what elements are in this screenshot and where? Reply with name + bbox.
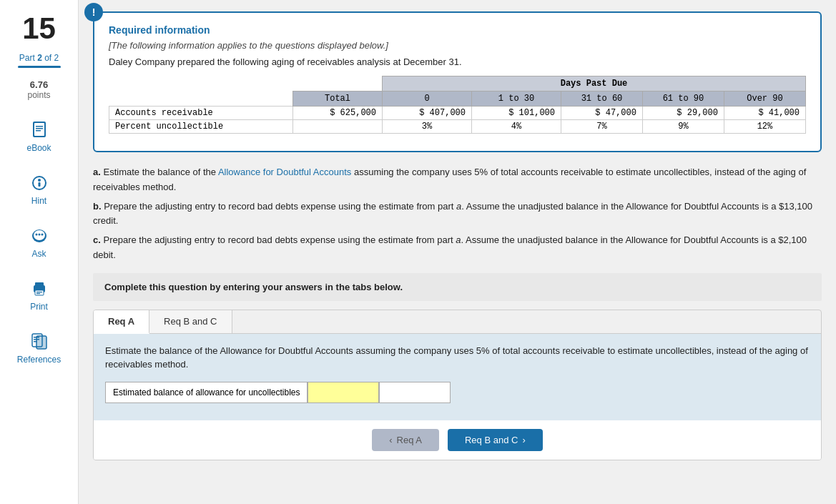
- pct-over-90: 12%: [724, 120, 805, 134]
- prev-button[interactable]: ‹ Req A: [372, 429, 439, 451]
- tab-req-a[interactable]: Req A: [94, 310, 149, 334]
- svg-rect-4: [36, 130, 41, 132]
- print-icon: [29, 279, 49, 299]
- complete-box: Complete this question by entering your …: [93, 273, 822, 301]
- references-label: References: [17, 355, 61, 365]
- allowance-input-white[interactable]: [379, 382, 451, 403]
- points-label: points: [27, 90, 50, 100]
- book-icon: [29, 120, 49, 140]
- info-box: ! Required information [The following in…: [93, 11, 822, 152]
- hint-icon: [29, 173, 49, 193]
- ar-61-90: $ 29,000: [642, 107, 724, 120]
- points-value: 6.76: [30, 79, 48, 90]
- tab-req-b-c[interactable]: Req B and C: [149, 310, 232, 333]
- info-title: Required information: [109, 24, 806, 36]
- references-icon: [29, 332, 49, 352]
- svg-rect-16: [35, 282, 44, 286]
- q-a-text: Estimate the balance of the Allowance fo…: [93, 167, 806, 192]
- svg-point-13: [41, 234, 43, 236]
- receivables-table: Days Past Due Total 0 1 to 30 31 to 60 6…: [109, 76, 806, 134]
- svg-rect-1: [34, 123, 44, 136]
- prev-label: Req A: [397, 435, 422, 445]
- input-row-label: Estimated balance of allowance for uncol…: [105, 382, 308, 403]
- sidebar-nav: eBook Hint Ask Print References: [0, 117, 78, 367]
- sidebar-item-references[interactable]: References: [11, 329, 67, 367]
- col-over-90: Over 90: [724, 92, 805, 107]
- sidebar-item-ebook[interactable]: eBook: [21, 117, 56, 156]
- info-italic: [The following information applies to th…: [109, 40, 806, 51]
- tab-req-a-label: Req A: [108, 316, 134, 327]
- svg-rect-3: [36, 128, 43, 129]
- svg-point-11: [35, 234, 37, 236]
- pct-0: 3%: [383, 120, 472, 134]
- ask-icon: [29, 226, 49, 246]
- ebook-label: eBook: [26, 143, 51, 153]
- print-label: Print: [30, 302, 48, 312]
- q-c-text: Prepare the adjusting entry to record ba…: [93, 234, 807, 260]
- ask-label: Ask: [31, 249, 46, 259]
- ar-0: $ 407,000: [383, 107, 472, 120]
- pct-31-60: 7%: [561, 120, 642, 134]
- question-number: 15: [22, 11, 56, 46]
- tab-content-req-a: Estimate the balance of the Allowance fo…: [94, 334, 821, 420]
- next-icon: ›: [522, 435, 525, 445]
- complete-text: Complete this question by entering your …: [104, 282, 403, 292]
- ar-1-30: $ 101,000: [472, 107, 561, 120]
- question-section: a. Estimate the balance of the Allowance…: [93, 165, 822, 263]
- svg-rect-20: [36, 336, 46, 349]
- tab-description: Estimate the balance of the Allowance fo…: [105, 344, 810, 372]
- svg-rect-23: [34, 339, 39, 340]
- svg-rect-22: [34, 337, 39, 338]
- nav-buttons: ‹ Req A Req B and C ›: [94, 420, 821, 460]
- svg-rect-24: [34, 341, 37, 342]
- svg-rect-8: [38, 182, 40, 187]
- tabs-header: Req A Req B and C: [94, 310, 821, 334]
- pct-label: Percent uncollectible: [109, 120, 293, 134]
- col-0: 0: [383, 92, 472, 107]
- question-c: c. Prepare the adjusting entry to record…: [93, 233, 822, 263]
- svg-rect-2: [36, 126, 43, 127]
- input-row: Estimated balance of allowance for uncol…: [105, 382, 810, 403]
- tabs-container: Req A Req B and C Estimate the balance o…: [93, 310, 822, 460]
- q-b-bold: b.: [93, 201, 102, 212]
- col-total: Total: [293, 92, 383, 107]
- next-button[interactable]: Req B and C ›: [448, 429, 543, 451]
- hint-label: Hint: [31, 196, 46, 206]
- svg-rect-17: [36, 292, 42, 292]
- q-b-text: Prepare the adjusting entry to record ba…: [93, 201, 812, 227]
- sidebar-item-hint[interactable]: Hint: [24, 170, 55, 209]
- main-content: ! Required information [The following in…: [79, 0, 836, 504]
- col-61-90: 61 to 90: [642, 92, 724, 107]
- part-label: Part 2 of 2: [19, 53, 59, 63]
- part-underline: [18, 66, 61, 68]
- svg-rect-18: [36, 293, 40, 294]
- table-row-pct: Percent uncollectible 3% 4% 7% 9% 12%: [109, 120, 806, 134]
- pct-total: [293, 120, 383, 134]
- table-row-ar: Accounts receivable $ 625,000 $ 407,000 …: [109, 107, 806, 120]
- next-label: Req B and C: [465, 435, 518, 445]
- col-1-30: 1 to 30: [472, 92, 561, 107]
- svg-rect-15: [35, 290, 44, 295]
- pct-1-30: 4%: [472, 120, 561, 134]
- ar-label: Accounts receivable: [109, 107, 293, 120]
- svg-point-7: [38, 179, 41, 182]
- question-b: b. Prepare the adjusting entry to record…: [93, 199, 822, 229]
- col-31-60: 31 to 60: [561, 92, 642, 107]
- ar-over-90: $ 41,000: [724, 107, 805, 120]
- days-past-due-header: Days Past Due: [383, 76, 806, 92]
- prev-icon: ‹: [389, 435, 392, 445]
- ar-31-60: $ 47,000: [561, 107, 642, 120]
- q-c-bold: c.: [93, 234, 101, 245]
- q-a-bold: a.: [93, 167, 101, 177]
- sidebar-item-ask[interactable]: Ask: [24, 223, 55, 262]
- ar-total: $ 625,000: [293, 107, 383, 120]
- info-icon: !: [84, 3, 103, 21]
- svg-point-12: [38, 234, 40, 236]
- part-bold: 2: [37, 53, 42, 63]
- info-intro: Daley Company prepared the following agi…: [109, 56, 806, 67]
- sidebar-item-print[interactable]: Print: [24, 276, 55, 315]
- question-a: a. Estimate the balance of the Allowance…: [93, 165, 822, 195]
- tab-req-b-c-label: Req B and C: [164, 316, 217, 327]
- allowance-input-yellow[interactable]: [308, 382, 379, 403]
- pct-61-90: 9%: [642, 120, 724, 134]
